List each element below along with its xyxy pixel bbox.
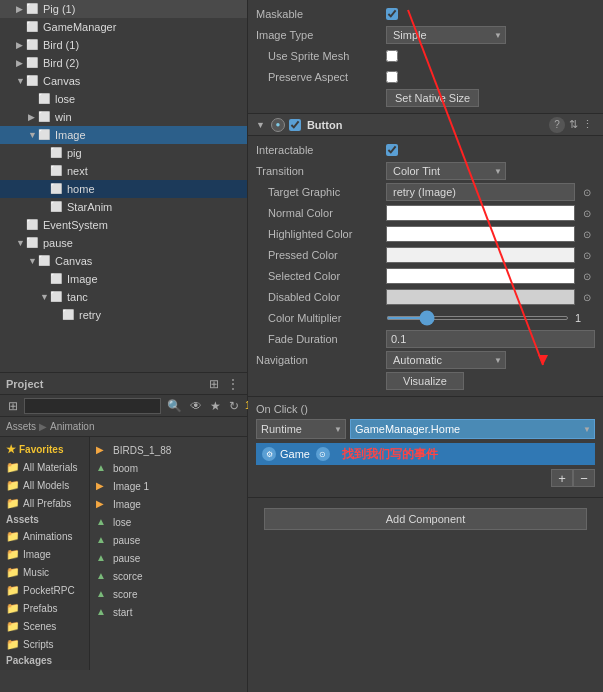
hierarchy-panel: ⬜ Pig (1) ⬜ GameManager ⬜ Bird (1) ⬜ Bir… (0, 0, 247, 372)
selected-color-swatch[interactable] (386, 268, 575, 284)
hierarchy-item-canvas2[interactable]: ⬜ Canvas (0, 252, 247, 270)
normal-color-swatch[interactable] (386, 205, 575, 221)
label-canvas: Canvas (43, 75, 80, 87)
navigation-dropdown-wrapper: Automatic (386, 351, 506, 369)
breadcrumb-animation[interactable]: Animation (50, 421, 94, 432)
folder-all-materials[interactable]: 📁 All Materials (0, 458, 89, 476)
button-active-checkbox[interactable] (289, 119, 301, 131)
label-pig1: Pig (1) (43, 3, 75, 15)
maskable-checkbox[interactable] (386, 8, 398, 20)
add-component-btn[interactable]: Add Component (264, 508, 587, 530)
selected-color-pick[interactable]: ⊙ (579, 268, 595, 284)
navigation-value: Automatic (386, 351, 595, 369)
target-graphic-value: retry (Image) ⊙ (386, 183, 595, 201)
folder-icon-materials: 📁 (6, 461, 20, 474)
hierarchy-item-pause[interactable]: ⬜ pause (0, 234, 247, 252)
pressed-color-pick[interactable]: ⊙ (579, 247, 595, 263)
color-multiplier-slider[interactable] (386, 316, 569, 320)
hierarchy-item-win[interactable]: ⬜ win (0, 108, 247, 126)
interactable-value (386, 144, 595, 156)
hierarchy-item-next[interactable]: ⬜ next (0, 162, 247, 180)
favorites-label: Favorites (19, 444, 63, 455)
hierarchy-item-bird2[interactable]: ⬜ Bird (2) (0, 54, 247, 72)
folder-music[interactable]: 📁 Music (0, 563, 89, 581)
sprite-mesh-checkbox[interactable] (386, 50, 398, 62)
visualize-btn[interactable]: Visualize (386, 372, 464, 390)
normal-color-value: ⊙ (386, 205, 595, 221)
asset-icon-pause2: ▲ (96, 552, 110, 564)
asset-birds188[interactable]: ▶ BIRDS_1_88 (94, 441, 243, 459)
target-graphic-pick-btn[interactable]: ⊙ (579, 184, 595, 200)
project-create-btn[interactable]: ⊞ (6, 399, 20, 413)
hierarchy-item-gm[interactable]: ⬜ GameManager (0, 18, 247, 36)
asset-scorce[interactable]: ▲ scorce (94, 567, 243, 585)
folder-pocketrpc[interactable]: 📁 PocketRPC (0, 581, 89, 599)
hierarchy-item-eventsystem[interactable]: ⬜ EventSystem (0, 216, 247, 234)
target-graphic-field[interactable]: retry (Image) (386, 183, 575, 201)
project-refresh-btn[interactable]: ↻ (227, 399, 241, 413)
set-native-size-btn[interactable]: Set Native Size (386, 89, 479, 107)
asset-lose[interactable]: ▲ lose (94, 513, 243, 531)
hierarchy-item-bird1[interactable]: ⬜ Bird (1) (0, 36, 247, 54)
runtime-dropdown[interactable]: Runtime (256, 419, 346, 439)
project-search-icon[interactable]: 🔍 (165, 399, 184, 413)
folder-scenes[interactable]: 📁 Scenes (0, 617, 89, 635)
pressed-color-swatch[interactable] (386, 247, 575, 263)
onclick-plus-btn[interactable]: + (551, 469, 573, 487)
asset-image1[interactable]: ▶ Image 1 (94, 477, 243, 495)
navigation-dropdown[interactable]: Automatic (386, 351, 506, 369)
project-menu-btn[interactable]: ⋮ (225, 377, 241, 391)
hierarchy-item-tanc[interactable]: ⬜ tanc (0, 288, 247, 306)
asset-pause2[interactable]: ▲ pause (94, 549, 243, 567)
hierarchy-item-pig1[interactable]: ⬜ Pig (1) (0, 0, 247, 18)
hierarchy-item-lose[interactable]: ⬜ lose (0, 90, 247, 108)
asset-boom[interactable]: ▲ boom (94, 459, 243, 477)
highlighted-color-pick[interactable]: ⊙ (579, 226, 595, 242)
folder-image[interactable]: 📁 Image (0, 545, 89, 563)
interactable-checkbox[interactable] (386, 144, 398, 156)
hierarchy-item-home[interactable]: ⬜ home (0, 180, 247, 198)
folder-animations[interactable]: 📁 Animations (0, 527, 89, 545)
folder-all-prefabs[interactable]: 📁 All Prefabs (0, 494, 89, 512)
transition-dropdown[interactable]: Color Tint (386, 162, 506, 180)
project-star-btn[interactable]: ★ (208, 399, 223, 413)
folder-scripts[interactable]: 📁 Scripts (0, 635, 89, 653)
image-type-dropdown[interactable]: Simple (386, 26, 506, 44)
folder-label-materials: All Materials (23, 462, 77, 473)
button-enable-toggle[interactable]: ● (271, 118, 285, 132)
preserve-aspect-checkbox[interactable] (386, 71, 398, 83)
hierarchy-item-staranim[interactable]: ⬜ StarAnim (0, 198, 247, 216)
label-canvas2: Canvas (55, 255, 92, 267)
fade-duration-input[interactable] (386, 330, 595, 348)
transition-dropdown-wrapper: Color Tint (386, 162, 506, 180)
asset-score[interactable]: ▲ score (94, 585, 243, 603)
highlighted-color-swatch[interactable] (386, 226, 575, 242)
folder-icon-scenes: 📁 (6, 620, 20, 633)
button-more-icon[interactable]: ⋮ (582, 118, 593, 131)
disabled-color-pick[interactable]: ⊙ (579, 289, 595, 305)
normal-color-pick[interactable]: ⊙ (579, 205, 595, 221)
hierarchy-item-canvas[interactable]: ⬜ Canvas (0, 72, 247, 90)
asset-icon-start: ▲ (96, 606, 110, 618)
folder-prefabs[interactable]: 📁 Prefabs (0, 599, 89, 617)
hierarchy-item-pig-child[interactable]: ⬜ pig (0, 144, 247, 162)
folder-all-models[interactable]: 📁 All Models (0, 476, 89, 494)
project-search-input[interactable] (24, 398, 161, 414)
button-settings-icon[interactable]: ⇅ (569, 118, 578, 131)
hierarchy-item-retry[interactable]: ⬜ retry (0, 306, 247, 324)
asset-start[interactable]: ▲ start (94, 603, 243, 621)
hierarchy-item-image[interactable]: ⬜ Image (0, 126, 247, 144)
button-section-toggle[interactable]: ▼ (256, 120, 265, 130)
asset-image[interactable]: ▶ Image (94, 495, 243, 513)
function-dropdown[interactable]: GameManager.Home (350, 419, 595, 439)
disabled-color-swatch[interactable] (386, 289, 575, 305)
selected-color-label: Selected Color (256, 270, 386, 282)
breadcrumb-assets[interactable]: Assets (6, 421, 36, 432)
asset-pause1[interactable]: ▲ pause (94, 531, 243, 549)
game-obj-row: ⚙ Game ⊙ 找到我们写的事件 (256, 443, 595, 465)
onclick-minus-btn[interactable]: − (573, 469, 595, 487)
project-eye-btn[interactable]: 👁 (188, 399, 204, 413)
hierarchy-item-image2[interactable]: ⬜ Image (0, 270, 247, 288)
project-lock-btn[interactable]: ⊞ (207, 377, 221, 391)
button-help-icon[interactable]: ? (549, 117, 565, 133)
